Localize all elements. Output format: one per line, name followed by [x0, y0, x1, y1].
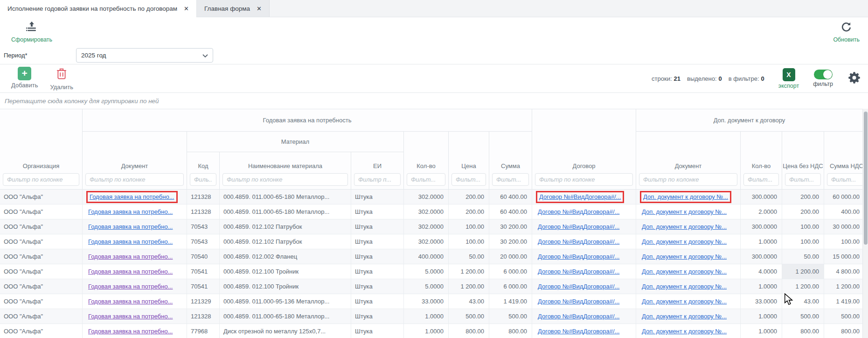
addendum-doc-link[interactable]: Доп. документ к договору №...	[642, 298, 727, 305]
annual-request-link[interactable]: Годовая заявка на потребно...	[88, 268, 173, 275]
cell-contract[interactable]: Договор №#ВидДоговора#/...	[532, 294, 636, 309]
filter-input-price[interactable]	[451, 173, 486, 186]
close-icon[interactable]: ✕	[257, 5, 262, 12]
annual-request-link[interactable]: Годовая заявка на потребно...	[88, 298, 173, 305]
filter-input-sum[interactable]	[492, 173, 529, 186]
annual-request-link[interactable]: Годовая заявка на потребно...	[90, 193, 174, 200]
cell-dopdoc[interactable]: Доп. документ к договору №...	[636, 234, 741, 249]
column-header-sum[interactable]: Сумма	[489, 132, 532, 190]
close-icon[interactable]: ✕	[184, 5, 189, 12]
filter-input-qty2[interactable]	[743, 173, 779, 186]
column-header-qty2[interactable]: Кол-во	[741, 132, 782, 190]
cell-dopdoc[interactable]: Доп. документ к договору №...	[636, 219, 741, 234]
cell-doc[interactable]: Годовая заявка на потребно...	[83, 234, 187, 249]
addendum-doc-link[interactable]: Доп. документ к договору №...	[642, 268, 727, 275]
cell-doc[interactable]: Годовая заявка на потребно...	[83, 190, 187, 204]
filter-toggle[interactable]: фильтр	[813, 70, 833, 87]
filter-input-material-name[interactable]	[222, 173, 348, 186]
addendum-doc-link[interactable]: Доп. документ к договору №...	[642, 313, 727, 320]
annual-request-link[interactable]: Годовая заявка на потребно...	[88, 313, 173, 320]
contract-link[interactable]: Договор №#ВидДоговора#/...	[538, 253, 619, 260]
contract-link[interactable]: Договор №#ВидДоговора#/...	[538, 298, 619, 305]
add-button[interactable]: + Добавить	[11, 67, 38, 91]
filter-input-sum-vat[interactable]	[827, 173, 862, 186]
cell-dopdoc[interactable]: Доп. документ к договору №...	[636, 294, 741, 309]
addendum-doc-link[interactable]: Доп. документ к договору №...	[643, 193, 728, 200]
cell-contract[interactable]: Договор №#ВидДоговора#/...	[532, 264, 636, 279]
refresh-button[interactable]: Обновить	[833, 21, 860, 43]
cell-contract[interactable]: Договор №#ВидДоговора#/...	[532, 249, 636, 264]
cell-doc[interactable]: Годовая заявка на потребно...	[83, 219, 187, 234]
toggle-on-icon[interactable]	[814, 70, 833, 79]
column-header-contract[interactable]: Договор	[532, 109, 636, 190]
export-excel-button[interactable]: X экспорт	[778, 68, 799, 89]
contract-link[interactable]: Договор №#ВидДоговора#/...	[538, 208, 619, 215]
column-header-unit[interactable]: ЕИ	[351, 152, 404, 190]
cell-dopdoc[interactable]: Доп. документ к договору №...	[636, 204, 741, 219]
column-header-addendum-doc[interactable]: Документ	[636, 132, 741, 190]
column-header-doc[interactable]: Документ	[83, 132, 187, 190]
annual-request-link[interactable]: Годовая заявка на потребно...	[88, 328, 173, 335]
filter-input-price-no-vat[interactable]	[785, 173, 821, 186]
cell-doc[interactable]: Годовая заявка на потребно...	[83, 204, 187, 219]
column-header-code[interactable]: Код	[187, 152, 220, 190]
cell-dopdoc[interactable]: Доп. документ к договору №...	[636, 324, 741, 338]
tab-execution-annual-request[interactable]: Исполнение годовой заявки на потребность…	[0, 0, 197, 17]
column-header-qty[interactable]: Кол-во	[404, 132, 449, 190]
addendum-doc-link[interactable]: Доп. документ к договору №...	[642, 283, 727, 290]
filter-input-addendum-doc[interactable]	[639, 173, 737, 186]
addendum-doc-link[interactable]: Доп. документ к договору №...	[642, 223, 727, 230]
cell-dopdoc[interactable]: Доп. документ к договору №...	[636, 249, 741, 264]
delete-button[interactable]: Удалить	[50, 67, 73, 91]
contract-link[interactable]: Договор №#ВидДоговора#/...	[538, 238, 619, 245]
filter-input-org[interactable]	[3, 173, 79, 186]
addendum-doc-link[interactable]: Доп. документ к договору №...	[642, 238, 727, 245]
vertical-scrollbar[interactable]	[862, 109, 868, 338]
cell-contract[interactable]: Договор №#ВидДоговора#/...	[532, 279, 636, 294]
cell-dopdoc[interactable]: Доп. документ к договору №...	[636, 190, 741, 204]
cell-contract[interactable]: Договор №#ВидДоговора#/...	[532, 219, 636, 234]
cell-dopdoc[interactable]: Доп. документ к договору №...	[636, 309, 741, 324]
filter-input-qty[interactable]	[407, 173, 445, 186]
cell-doc[interactable]: Годовая заявка на потребно...	[83, 249, 187, 264]
annual-request-link[interactable]: Годовая заявка на потребно...	[88, 283, 173, 290]
cell-dopdoc[interactable]: Доп. документ к договору №...	[636, 279, 741, 294]
generate-button[interactable]: Сформировать	[11, 21, 52, 43]
contract-link[interactable]: Договор №#ВидДоговора#/...	[538, 223, 619, 230]
filter-input-doc[interactable]	[85, 173, 184, 186]
annual-request-link[interactable]: Годовая заявка на потребно...	[88, 208, 173, 215]
cell-doc[interactable]: Годовая заявка на потребно...	[83, 264, 187, 279]
addendum-doc-link[interactable]: Доп. документ к договору №...	[642, 328, 727, 335]
annual-request-link[interactable]: Годовая заявка на потребно...	[88, 238, 173, 245]
tab-main-form[interactable]: Главная форма ✕	[197, 0, 270, 17]
contract-link[interactable]: Договор №#ВидДоговора#/...	[538, 313, 619, 320]
period-select[interactable]: 2025 год	[76, 48, 213, 63]
cell-contract[interactable]: Договор №#ВидДоговора#/...	[532, 234, 636, 249]
cell-doc[interactable]: Годовая заявка на потребно...	[83, 324, 187, 338]
column-header-material-name[interactable]: Наименование материала	[220, 152, 351, 190]
filter-input-code[interactable]	[190, 173, 216, 186]
cell-contract[interactable]: Договор №#ВидДоговора#/...	[532, 190, 636, 204]
column-header-price[interactable]: Цена	[449, 132, 489, 190]
filter-input-unit[interactable]	[354, 173, 401, 186]
cell-contract[interactable]: Договор №#ВидДоговора#/...	[532, 309, 636, 324]
contract-link[interactable]: Договор №#ВидДоговора#/...	[539, 193, 621, 200]
addendum-doc-link[interactable]: Доп. документ к договору №...	[642, 253, 727, 260]
filter-input-contract[interactable]	[535, 173, 633, 186]
cell-doc[interactable]: Годовая заявка на потребно...	[83, 309, 187, 324]
cell-contract[interactable]: Договор №#ВидДоговора#/...	[532, 324, 636, 338]
scrollbar-thumb[interactable]	[864, 112, 868, 245]
cell-dopdoc[interactable]: Доп. документ к договору №...	[636, 264, 741, 279]
cell-doc[interactable]: Годовая заявка на потребно...	[83, 279, 187, 294]
cell-contract[interactable]: Договор №#ВидДоговора#/...	[532, 204, 636, 219]
cell-doc[interactable]: Годовая заявка на потребно...	[83, 294, 187, 309]
settings-gear-button[interactable]	[847, 70, 861, 87]
column-header-org[interactable]: Организация	[0, 109, 83, 190]
column-header-price-no-vat[interactable]: Цена без НДС	[782, 132, 824, 190]
addendum-doc-link[interactable]: Доп. документ к договору №...	[642, 208, 727, 215]
contract-link[interactable]: Договор №#ВидДоговора#/...	[538, 283, 619, 290]
contract-link[interactable]: Договор №#ВидДоговора#/...	[538, 328, 619, 335]
annual-request-link[interactable]: Годовая заявка на потребно...	[88, 253, 173, 260]
contract-link[interactable]: Договор №#ВидДоговора#/...	[538, 268, 619, 275]
column-header-sum-vat[interactable]: Сумма НДС	[824, 132, 862, 190]
